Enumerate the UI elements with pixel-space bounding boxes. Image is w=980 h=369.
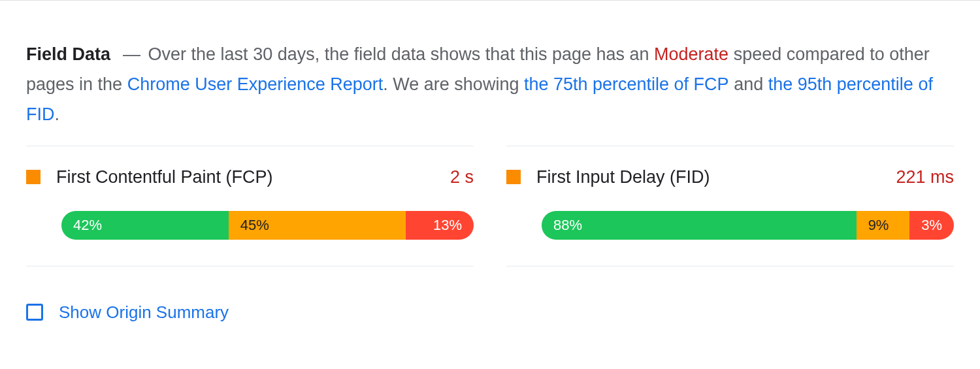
fcp-metric-value: 2 s xyxy=(450,167,474,187)
fcp-metric-name: First Contentful Paint (FCP) xyxy=(56,167,434,187)
fid-distribution-bar: 88% 9% 3% xyxy=(542,211,954,240)
desc-text-3: . We are showing xyxy=(383,74,519,94)
desc-text-1: Over the last 30 days, the field data sh… xyxy=(148,44,649,64)
section-title: Field Data xyxy=(26,44,110,64)
fcp-distribution-bar: 42% 45% 13% xyxy=(61,211,474,240)
fid-metric-value: 221 ms xyxy=(896,167,954,187)
fcp-card-header: First Contentful Paint (FCP) 2 s xyxy=(26,167,474,187)
metrics-row: First Contentful Paint (FCP) 2 s 42% 45%… xyxy=(26,146,954,266)
origin-summary-row: Show Origin Summary xyxy=(26,302,954,323)
moderate-swatch-icon xyxy=(506,170,521,184)
desc-text-4: and xyxy=(734,74,763,94)
chrome-ux-report-link[interactable]: Chrome User Experience Report xyxy=(127,74,384,94)
fcp-percentile-link[interactable]: the 75th percentile of FCP xyxy=(524,74,729,94)
fid-card: First Input Delay (FID) 221 ms 88% 9% 3% xyxy=(506,146,954,266)
speed-rating-label: Moderate xyxy=(654,44,728,64)
fid-avg-segment: 9% xyxy=(857,211,910,240)
fcp-good-segment: 42% xyxy=(61,211,229,240)
dash-separator: — xyxy=(123,44,140,64)
fcp-card: First Contentful Paint (FCP) 2 s 42% 45%… xyxy=(26,146,474,266)
desc-period: . xyxy=(55,104,60,124)
moderate-swatch-icon xyxy=(26,170,41,184)
fid-good-segment: 88% xyxy=(542,211,857,240)
show-origin-label[interactable]: Show Origin Summary xyxy=(59,302,229,323)
fcp-avg-segment: 45% xyxy=(229,211,406,240)
fid-metric-name: First Input Delay (FID) xyxy=(536,167,880,187)
fid-slow-segment: 3% xyxy=(909,211,954,240)
fcp-slow-segment: 13% xyxy=(406,211,474,240)
show-origin-checkbox[interactable] xyxy=(26,304,43,321)
field-data-description: Field Data — Over the last 30 days, the … xyxy=(26,1,954,146)
fid-card-header: First Input Delay (FID) 221 ms xyxy=(506,167,954,187)
